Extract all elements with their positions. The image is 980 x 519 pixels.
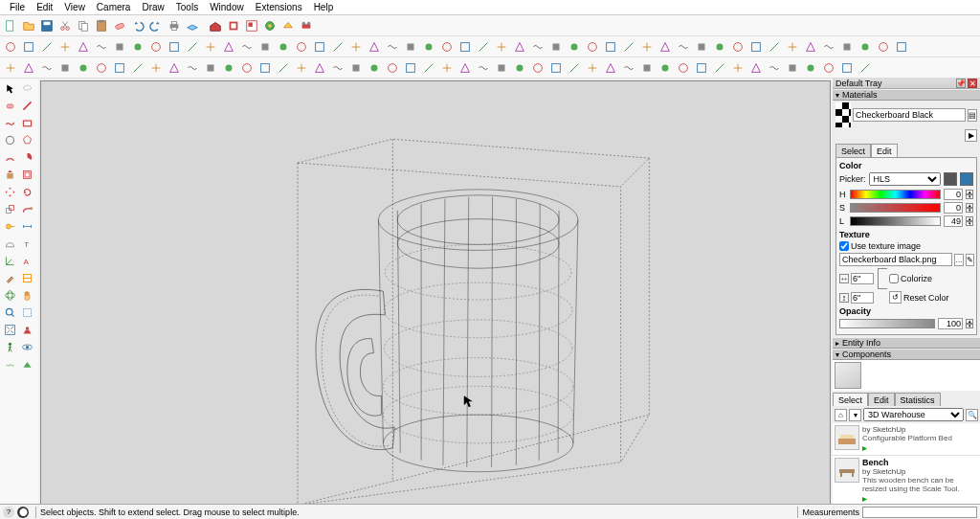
new-icon[interactable] bbox=[2, 17, 19, 34]
toolbar3-btn-0[interactable] bbox=[2, 59, 19, 77]
toolbar2-btn-6[interactable] bbox=[111, 38, 128, 56]
material-name-input[interactable] bbox=[853, 108, 966, 122]
toolbar3-btn-6[interactable] bbox=[111, 59, 128, 77]
toolbar3-btn-1[interactable] bbox=[20, 59, 37, 77]
toolbar2-btn-0[interactable] bbox=[2, 38, 19, 56]
measurements-input[interactable] bbox=[862, 507, 977, 518]
toolbar2-btn-25[interactable] bbox=[457, 38, 474, 56]
axes-tool[interactable] bbox=[2, 253, 18, 269]
toolbar2-btn-8[interactable] bbox=[147, 38, 165, 56]
toolbar3-btn-3[interactable] bbox=[56, 59, 74, 77]
followme-tool[interactable] bbox=[19, 201, 35, 217]
model-info-icon[interactable] bbox=[184, 17, 201, 34]
toolbar2-btn-2[interactable] bbox=[38, 38, 56, 56]
toolbar3-btn-40[interactable] bbox=[729, 59, 746, 77]
toolbar2-btn-22[interactable] bbox=[402, 38, 419, 56]
text-tool[interactable]: T bbox=[19, 236, 35, 252]
toolbar2-btn-12[interactable] bbox=[220, 38, 237, 56]
texture-width[interactable] bbox=[851, 273, 874, 284]
hue-value[interactable] bbox=[944, 189, 963, 200]
toolbar2-btn-38[interactable] bbox=[693, 38, 710, 56]
menu-extensions[interactable]: Extensions bbox=[250, 2, 308, 12]
toolbar3-btn-10[interactable] bbox=[184, 59, 201, 77]
toolbar3-btn-43[interactable] bbox=[784, 59, 801, 77]
toolbar2-btn-45[interactable] bbox=[820, 38, 837, 56]
toolbar3-btn-46[interactable] bbox=[838, 59, 856, 77]
toolbar2-btn-34[interactable] bbox=[620, 38, 637, 56]
toolbar3-btn-47[interactable] bbox=[857, 59, 874, 77]
sat-value[interactable] bbox=[944, 202, 963, 214]
components-source-select[interactable]: 3D Warehouse bbox=[863, 408, 964, 421]
color-preview1[interactable] bbox=[944, 172, 957, 186]
pie-tool[interactable] bbox=[19, 149, 35, 166]
status-geo-icon[interactable]: ⬤ bbox=[17, 507, 29, 518]
warehouse-icon[interactable] bbox=[207, 17, 224, 34]
toolbar3-btn-29[interactable] bbox=[529, 59, 546, 77]
toolbar2-btn-4[interactable] bbox=[75, 38, 92, 56]
toolbar2-btn-28[interactable] bbox=[511, 38, 528, 56]
menu-help[interactable]: Help bbox=[308, 2, 340, 12]
freehand-tool[interactable] bbox=[2, 115, 18, 131]
toolbar2-btn-42[interactable] bbox=[766, 38, 783, 56]
toolbar3-btn-18[interactable] bbox=[329, 59, 346, 77]
rotate-tool[interactable] bbox=[19, 184, 35, 200]
lum-value[interactable] bbox=[944, 215, 963, 227]
toolbar2-btn-13[interactable] bbox=[238, 38, 256, 56]
toolbar3-btn-14[interactable] bbox=[256, 59, 274, 77]
toolbar2-btn-7[interactable] bbox=[129, 38, 146, 56]
toolbar2-btn-14[interactable] bbox=[256, 38, 274, 56]
layout-icon[interactable] bbox=[243, 17, 260, 34]
component-thumbnail[interactable] bbox=[835, 362, 861, 389]
arc-tool[interactable] bbox=[2, 149, 18, 166]
line-tool[interactable] bbox=[19, 98, 35, 114]
undo-icon[interactable] bbox=[129, 17, 146, 34]
material-swatch[interactable] bbox=[835, 102, 851, 127]
toolbar3-btn-16[interactable] bbox=[293, 59, 310, 77]
toolbar2-btn-17[interactable] bbox=[311, 38, 328, 56]
eraser-tool[interactable] bbox=[2, 98, 18, 114]
toolbar3-btn-28[interactable] bbox=[511, 59, 528, 77]
menu-draw[interactable]: Draw bbox=[136, 2, 169, 12]
tray-titlebar[interactable]: Default Tray 📌 ✕ bbox=[833, 79, 980, 89]
erase-icon[interactable] bbox=[111, 17, 128, 34]
toolbar3-btn-34[interactable] bbox=[620, 59, 637, 77]
hue-slider[interactable] bbox=[850, 190, 941, 199]
toolbar2-btn-40[interactable] bbox=[729, 38, 746, 56]
component-item[interactable]: Bench by SketchUp This wooden bench can … bbox=[833, 456, 980, 507]
extension-manager-icon[interactable] bbox=[298, 17, 315, 34]
toolbar3-btn-45[interactable] bbox=[820, 59, 837, 77]
materials-select-tab[interactable]: Select bbox=[835, 144, 871, 157]
texture-height[interactable] bbox=[851, 292, 874, 304]
print-icon[interactable] bbox=[166, 17, 183, 34]
redo-icon[interactable] bbox=[147, 17, 165, 34]
toolbar2-btn-29[interactable] bbox=[529, 38, 546, 56]
paint-tool[interactable] bbox=[2, 270, 18, 286]
toolbar2-btn-43[interactable] bbox=[784, 38, 801, 56]
reset-color-icon[interactable]: ↺ bbox=[889, 291, 902, 304]
components-panel-header[interactable]: Components bbox=[833, 349, 980, 360]
toolbar3-btn-19[interactable] bbox=[347, 59, 365, 77]
zoom-tool[interactable] bbox=[2, 305, 18, 321]
toolbar3-btn-31[interactable] bbox=[566, 59, 583, 77]
toolbar2-btn-20[interactable] bbox=[366, 38, 383, 56]
component-item[interactable]: by SketchUp Configurable Platform Bed ▸ bbox=[833, 423, 980, 456]
tray-pin-icon[interactable]: 📌 bbox=[956, 79, 966, 88]
toolbar3-btn-5[interactable] bbox=[93, 59, 110, 77]
toolbar3-btn-11[interactable] bbox=[202, 59, 219, 77]
toolbar2-btn-1[interactable] bbox=[20, 38, 37, 56]
material-menu-icon[interactable]: ▶ bbox=[965, 129, 977, 142]
hue-down[interactable]: ▾ bbox=[966, 194, 973, 199]
toolbar3-btn-20[interactable] bbox=[366, 59, 383, 77]
add-location-icon[interactable] bbox=[261, 17, 278, 34]
opacity-down[interactable]: ▾ bbox=[966, 324, 973, 328]
sandbox1-tool[interactable] bbox=[2, 356, 18, 372]
lasso-tool[interactable] bbox=[19, 80, 35, 97]
toolbar3-btn-24[interactable] bbox=[438, 59, 456, 77]
component-download-icon[interactable]: ▸ bbox=[862, 493, 978, 504]
open-icon[interactable] bbox=[20, 17, 37, 34]
orbit-tool[interactable] bbox=[2, 287, 18, 304]
walk-tool[interactable] bbox=[2, 339, 18, 355]
copy-icon[interactable] bbox=[75, 17, 92, 34]
toolbar3-btn-33[interactable] bbox=[602, 59, 619, 77]
toolbar3-btn-21[interactable] bbox=[384, 59, 401, 77]
